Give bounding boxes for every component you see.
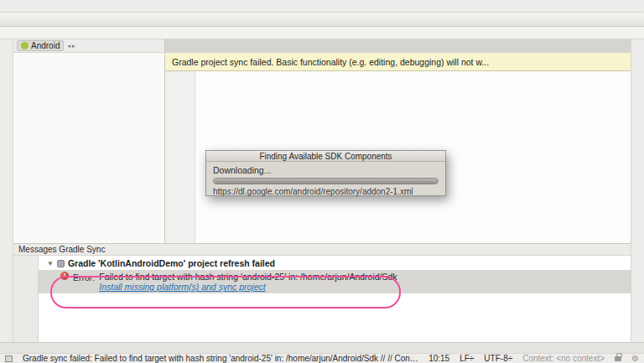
progress-fill <box>214 179 438 184</box>
project-view-selector[interactable]: Android <box>17 40 64 51</box>
messages-content: ▼ Gradle 'KotlinAndroidDemo' project ref… <box>39 256 631 342</box>
status-time: 10:15 <box>428 354 449 363</box>
view-switch-arrows-icon[interactable]: ◂ ▸ <box>67 43 75 49</box>
lock-icon[interactable] <box>615 356 621 361</box>
refresh-failed-label: Gradle 'KotlinAndroidDemo' project refre… <box>68 258 275 268</box>
error-row[interactable]: ! Error: Failed to find target with hash… <box>39 270 631 293</box>
right-tool-stripe <box>631 39 644 342</box>
project-tool-window: Android ◂ ▸ <box>13 39 165 243</box>
banner-message: Gradle project sync failed. Basic functi… <box>172 57 615 67</box>
project-panel-header: Android ◂ ▸ <box>13 39 164 53</box>
expand-arrow-icon[interactable]: ▼ <box>47 260 54 267</box>
dialog-status-text: Downloading... <box>213 165 439 175</box>
editor-tab-bar <box>165 39 631 53</box>
highlighting-level-icon[interactable]: ⚙ <box>631 354 639 363</box>
editor-gutter <box>165 71 195 243</box>
error-label: Error: <box>73 272 95 283</box>
project-view-label: Android <box>31 41 60 50</box>
line-ending-selector[interactable]: LF÷ <box>460 354 474 363</box>
error-text: Failed to find target with hash string '… <box>99 272 397 282</box>
download-progress-bar <box>213 178 439 184</box>
install-platforms-link[interactable]: Install missing platform(s) and sync pro… <box>99 282 397 292</box>
tool-window-bar <box>0 342 644 353</box>
dialog-title[interactable]: Finding Available SDK Components <box>206 151 445 162</box>
gradle-icon <box>57 260 65 267</box>
android-studio-window: { "menu": { "items": [ {"label":"File","… <box>0 0 644 363</box>
menu-bar <box>0 0 644 13</box>
main-toolbar <box>0 13 644 27</box>
gradle-refresh-failed-node[interactable]: ▼ Gradle 'KotlinAndroidDemo' project ref… <box>39 256 631 270</box>
messages-panel-header: Messages Gradle Sync <box>13 243 631 256</box>
messages-toolbar <box>13 256 39 342</box>
toolwindow-toggle-icon[interactable] <box>5 355 13 362</box>
android-icon <box>21 42 29 49</box>
context-indicator: Context: <no context> <box>522 354 605 363</box>
messages-tool-window: Messages Gradle Sync ▼ Gradle 'KotlinAnd… <box>13 243 631 342</box>
sync-failed-banner: Gradle project sync failed. Basic functi… <box>165 53 631 71</box>
encoding-selector[interactable]: UTF-8÷ <box>484 354 512 363</box>
download-url: https://dl.google.com/android/repository… <box>213 187 439 196</box>
editor-area: Gradle project sync failed. Basic functi… <box>165 39 631 243</box>
messages-panel-title: Messages Gradle Sync <box>18 245 105 254</box>
status-bar: Gradle sync failed: Failed to find targe… <box>0 353 644 363</box>
status-message[interactable]: Gradle sync failed: Failed to find targe… <box>23 354 418 363</box>
breadcrumb <box>0 27 644 39</box>
error-icon: ! <box>60 272 69 280</box>
left-tool-stripe <box>0 39 13 342</box>
project-tree <box>13 53 164 243</box>
sdk-components-dialog: Finding Available SDK Components Downloa… <box>205 150 446 196</box>
